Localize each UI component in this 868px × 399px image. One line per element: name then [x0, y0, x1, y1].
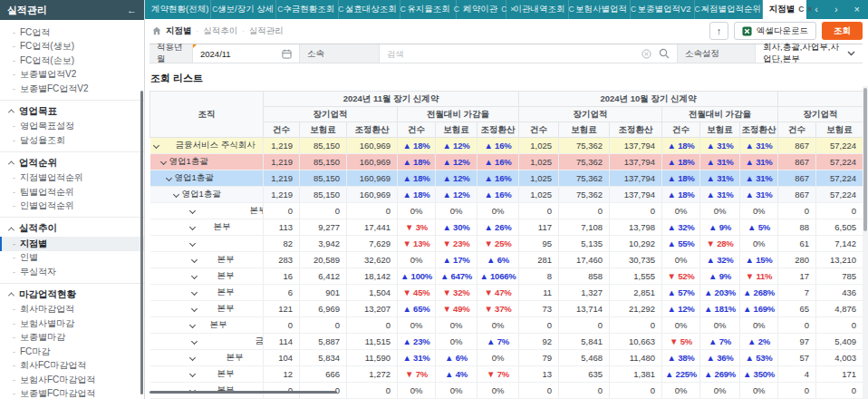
sidebar-item[interactable]: -인별업적순위 [0, 200, 144, 214]
search-input[interactable] [387, 49, 641, 59]
table-row[interactable]: 본부126661,272▼ 7%▲ 4%▼ 7%136351,381▲ 225%… [150, 366, 863, 383]
vertical-scrollbar-thumb[interactable] [863, 88, 867, 231]
table-row[interactable]: 영업1총괄1,21985,150160,969▲ 18%▲ 12%▲ 16%1,… [150, 187, 863, 203]
sidebar-item[interactable]: -보종별마감 [0, 331, 144, 345]
sidebar-item[interactable]: -회사마감업적 [0, 303, 144, 317]
tab-item[interactable]: 실효대상조회C× [339, 0, 401, 19]
tree-expand-icon[interactable] [190, 289, 197, 296]
table-row[interactable]: 영업1총괄1,21985,150160,969▲ 18%▲ 12%▲ 16%1,… [150, 154, 863, 170]
percent-cell: ▼ 13% [398, 236, 436, 252]
tree-expand-icon[interactable] [190, 273, 197, 279]
breadcrumb-item[interactable]: 지점별 [166, 25, 192, 37]
value-cell: 280 [778, 252, 816, 268]
table-row[interactable]: 본부166,41218,142▲ 100%▲ 647%▲ 1066%88581,… [150, 268, 863, 285]
value-cell: 104 [264, 350, 300, 366]
sidebar-collapse-icon[interactable]: ← [127, 5, 137, 15]
sidebar-item[interactable]: -FC업적 [0, 25, 144, 40]
table-row[interactable]: 본부0000%0%0%0000%0%0%00 [150, 203, 863, 219]
sidebar-item[interactable]: -보종별FC업적V2 [0, 82, 144, 96]
tree-expand-icon[interactable] [188, 355, 195, 361]
sidebar-item[interactable]: -보험사FC마감업적 [0, 373, 144, 387]
table-row[interactable]: 본부69011,504▼ 45%▼ 32%▼ 47%111,3272,851▲ … [150, 285, 863, 301]
sidebar-item[interactable]: -FC마감 [0, 345, 144, 359]
bullet-icon: - [13, 253, 15, 262]
org-setting-select[interactable]: 회사,총괄,사업부,사업단,본부 [756, 44, 863, 63]
table-row[interactable]: 금융서비스 주식회사1,21985,150160,969▲ 18%▲ 12%▲ … [150, 138, 863, 154]
tab-item[interactable]: 생보/장기 상세C× [211, 0, 276, 19]
percent-cell: 0% [477, 383, 519, 399]
tab-scroll-right-icon[interactable]: › [826, 4, 846, 15]
table-row[interactable]: 본부1139,27717,441▼ 3%▲ 30%▲ 26%1177,10813… [150, 219, 863, 236]
tree-expand-icon[interactable] [188, 240, 195, 247]
tab-refresh-icon[interactable]: C [798, 5, 804, 14]
tab-item[interactable]: 수금현황조회C× [276, 0, 339, 19]
tree-expand-icon[interactable] [190, 306, 197, 312]
sidebar-item[interactable]: -보종별FC마감업적 [0, 387, 144, 399]
sidebar-item[interactable]: -FC업적(손보) [0, 54, 144, 68]
horizontal-scrollbar-thumb[interactable] [149, 391, 337, 394]
tab-item[interactable]: 유지율조회C× [400, 0, 457, 19]
tab-item[interactable]: 계약이관C× [457, 0, 506, 19]
sidebar-scrollbar-thumb[interactable] [140, 91, 143, 394]
filter-bar: 적용년월 2024/11 소속 [149, 44, 863, 63]
tree-expand-icon[interactable] [190, 257, 197, 263]
calendar-icon[interactable] [282, 49, 292, 59]
sidebar-item[interactable]: -팀별업적순위 [0, 185, 144, 200]
table-row[interactable]: 본부823,9427,629▼ 13%▼ 23%▼ 25%955,13510,2… [150, 236, 863, 252]
sidebar-item[interactable]: -FC업적(생보) [0, 40, 144, 54]
tree-expand-icon[interactable] [188, 208, 195, 214]
tab-scroll-left-icon[interactable]: ‹ [806, 4, 826, 15]
breadcrumb-item[interactable]: 실적관리 [249, 25, 284, 37]
tree-expand-icon[interactable] [165, 175, 171, 181]
sidebar-item[interactable]: -달성율조회 [0, 133, 144, 148]
sidebar-item[interactable]: -무실적자 [0, 265, 144, 279]
sidebar-section-header[interactable]: 영업목표 [0, 100, 144, 120]
tab-item[interactable]: 보험사별업적C× [569, 0, 632, 19]
org-tree-cell: 본부 [150, 301, 264, 317]
table-row[interactable]: 본부1045,83411,590▲ 31%▲ 6%0%795,46811,480… [150, 350, 863, 366]
clear-search-icon[interactable] [641, 49, 651, 59]
scroll-top-button[interactable]: ↑ [709, 22, 728, 40]
home-icon[interactable] [152, 26, 161, 35]
query-button[interactable]: 조회 [822, 22, 863, 40]
tree-expand-icon[interactable] [172, 191, 178, 198]
value-cell: 7,108 [559, 219, 610, 236]
tree-expand-icon[interactable] [152, 142, 159, 149]
excel-download-button[interactable]: 엑셀다운로드 [734, 22, 816, 40]
tab-active[interactable]: 지점별C× [763, 0, 807, 19]
table-row[interactable]: 본부28320,58932,6200%▲ 17%▲ 6%28117,46030,… [150, 252, 863, 268]
tree-expand-icon[interactable] [159, 159, 166, 165]
sidebar-item[interactable]: -보종별업적V2 [0, 68, 144, 83]
tree-expand-icon[interactable] [188, 371, 195, 377]
vertical-scrollbar[interactable] [863, 86, 868, 399]
tab-item[interactable]: 계약현황(전체)C× [145, 0, 211, 19]
search-icon[interactable] [659, 48, 670, 59]
sidebar-item[interactable]: -인별 [0, 251, 144, 266]
sidebar-item[interactable]: -영업목표설정 [0, 120, 144, 134]
sidebar-section-header[interactable]: 업적순위 [0, 151, 144, 171]
sidebar-section-header[interactable]: 실적추이 [0, 217, 144, 237]
tree-expand-icon[interactable] [190, 338, 197, 345]
tree-expand-icon[interactable] [188, 322, 195, 328]
table-row[interactable]: 금융본부1145,88711,515▲ 23%0%▲ 7%925,84110,6… [150, 334, 863, 350]
tab-item[interactable]: 지점별업적순위C× [695, 0, 763, 19]
percent-cell: 0% [700, 203, 740, 219]
tab-item[interactable]: 이관내역조회C× [506, 0, 569, 19]
period-input[interactable]: 2024/11 [193, 44, 300, 63]
sidebar-item[interactable]: -보험사별마감 [0, 316, 144, 331]
breadcrumb-item[interactable]: 실적추이 [203, 25, 237, 37]
tab-label: 보험사별업적 [575, 4, 627, 15]
table-row[interactable]: 본부0000%0%0%0000%0%0%00 [150, 317, 863, 334]
sidebar-item[interactable]: -지점별 [0, 237, 144, 251]
value-cell: 6,969 [300, 301, 347, 317]
tree-expand-icon[interactable] [188, 224, 195, 230]
value-cell: 5,841 [559, 334, 610, 350]
table-row[interactable]: 영업1총괄1,21985,150160,969▲ 18%▲ 12%▲ 16%1,… [150, 170, 863, 187]
tab-item[interactable]: 보종별업적V2C× [631, 0, 694, 19]
table-row[interactable]: 본부1216,96913,207▲ 65%▼ 49%▼ 37%7313,7142… [150, 301, 863, 317]
sidebar-section-header[interactable]: 마감업적현황 [0, 283, 144, 303]
column-header: 보험료 [816, 122, 863, 138]
tab-close-all-icon[interactable]: × [846, 4, 868, 15]
sidebar-item[interactable]: -지점별업적순위 [0, 171, 144, 186]
sidebar-item[interactable]: -회사FC마감업적 [0, 359, 144, 374]
